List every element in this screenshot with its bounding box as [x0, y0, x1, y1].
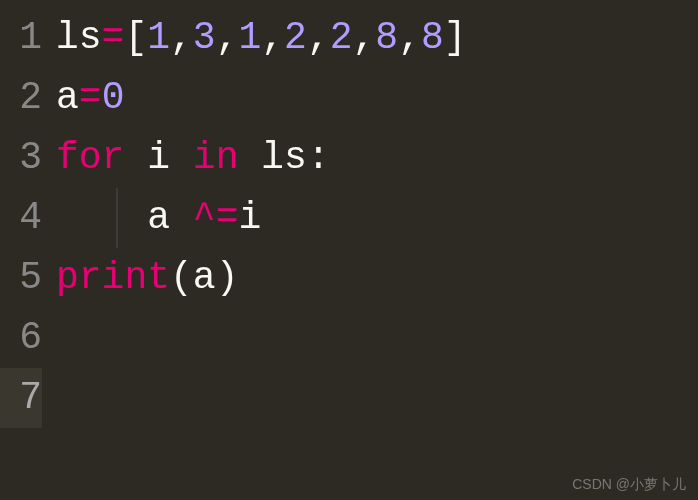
- code-line: a ^=i: [56, 188, 698, 248]
- operator: =: [102, 16, 125, 59]
- line-number: 4: [0, 188, 42, 248]
- number: 1: [147, 16, 170, 59]
- indent-guide: [116, 188, 118, 248]
- comma: ,: [261, 16, 284, 59]
- keyword-in: in: [193, 136, 239, 179]
- watermark: CSDN @小萝卜儿: [572, 476, 686, 494]
- code-line-empty: [56, 308, 698, 368]
- number: 2: [330, 16, 353, 59]
- bracket: [: [124, 16, 147, 59]
- variable: i: [238, 196, 261, 239]
- operator: ^=: [193, 196, 239, 239]
- bracket: ]: [444, 16, 467, 59]
- number: 8: [375, 16, 398, 59]
- code-area[interactable]: ls=[1,3,1,2,2,8,8] a=0 for i in ls: a ^=…: [48, 8, 698, 428]
- line-number: 1: [0, 8, 42, 68]
- line-number: 6: [0, 308, 42, 368]
- operator: =: [79, 76, 102, 119]
- colon: :: [307, 136, 330, 179]
- code-line: ls=[1,3,1,2,2,8,8]: [56, 8, 698, 68]
- number: 2: [284, 16, 307, 59]
- code-line-current: [56, 368, 698, 428]
- code-line: a=0: [56, 68, 698, 128]
- code-line: print(a): [56, 248, 698, 308]
- line-number: 5: [0, 248, 42, 308]
- variable: i: [147, 136, 170, 179]
- line-number-current: 7: [0, 368, 42, 428]
- variable: a: [193, 256, 216, 299]
- paren: (: [170, 256, 193, 299]
- number: 0: [102, 76, 125, 119]
- comma: ,: [170, 16, 193, 59]
- keyword-for: for: [56, 136, 124, 179]
- variable: ls: [261, 136, 307, 179]
- variable: a: [147, 196, 170, 239]
- comma: ,: [216, 16, 239, 59]
- code-editor: 1 2 3 4 5 6 7 ls=[1,3,1,2,2,8,8] a=0 for…: [0, 0, 698, 428]
- comma: ,: [398, 16, 421, 59]
- variable: a: [56, 76, 79, 119]
- line-number: 3: [0, 128, 42, 188]
- comma: ,: [353, 16, 376, 59]
- comma: ,: [307, 16, 330, 59]
- variable: ls: [56, 16, 102, 59]
- number: 8: [421, 16, 444, 59]
- line-number-gutter: 1 2 3 4 5 6 7: [0, 8, 48, 428]
- paren: ): [216, 256, 239, 299]
- code-line: for i in ls:: [56, 128, 698, 188]
- number: 3: [193, 16, 216, 59]
- line-number: 2: [0, 68, 42, 128]
- builtin-print: print: [56, 256, 170, 299]
- number: 1: [238, 16, 261, 59]
